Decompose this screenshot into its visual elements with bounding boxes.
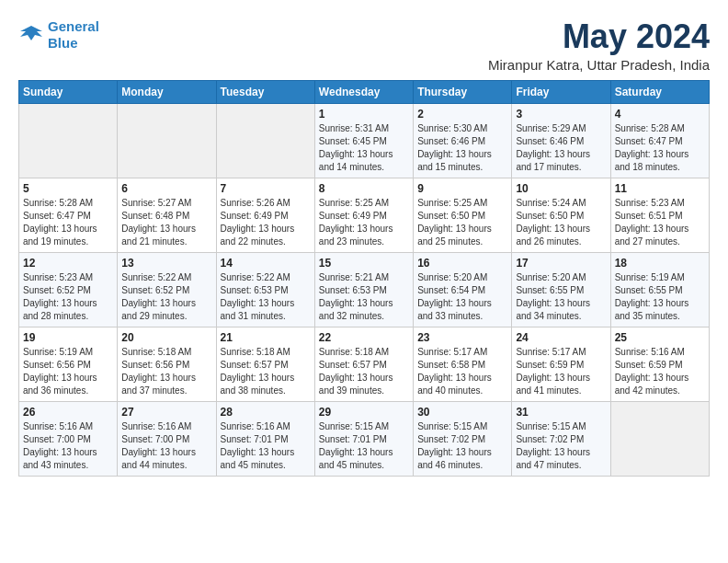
day-info: Sunrise: 5:15 AM Sunset: 7:01 PM Dayligh… [319, 420, 409, 472]
day-cell: 22Sunrise: 5:18 AM Sunset: 6:57 PM Dayli… [314, 327, 413, 401]
day-number: 17 [516, 257, 606, 270]
day-cell: 26Sunrise: 5:16 AM Sunset: 7:00 PM Dayli… [19, 401, 118, 476]
day-info: Sunrise: 5:17 AM Sunset: 6:58 PM Dayligh… [417, 346, 507, 397]
day-cell: 2Sunrise: 5:30 AM Sunset: 6:46 PM Daylig… [414, 103, 512, 178]
day-number: 23 [417, 331, 507, 344]
day-info: Sunrise: 5:18 AM Sunset: 6:57 PM Dayligh… [221, 346, 311, 397]
day-cell: 8Sunrise: 5:25 AM Sunset: 6:49 PM Daylig… [314, 178, 413, 252]
day-number: 24 [516, 331, 606, 344]
day-number: 30 [417, 406, 507, 419]
day-number: 27 [121, 406, 211, 419]
day-info: Sunrise: 5:25 AM Sunset: 6:50 PM Dayligh… [417, 197, 507, 248]
day-info: Sunrise: 5:27 AM Sunset: 6:48 PM Dayligh… [121, 197, 211, 248]
day-cell: 17Sunrise: 5:20 AM Sunset: 6:55 PM Dayli… [512, 252, 610, 327]
day-cell: 25Sunrise: 5:16 AM Sunset: 6:59 PM Dayli… [610, 327, 709, 401]
day-info: Sunrise: 5:28 AM Sunset: 6:47 PM Dayligh… [615, 122, 705, 174]
day-number: 14 [221, 257, 311, 270]
day-cell: 18Sunrise: 5:19 AM Sunset: 6:55 PM Dayli… [610, 252, 709, 327]
title-block: May 2024 Miranpur Katra, Uttar Pradesh, … [488, 18, 710, 73]
day-cell: 12Sunrise: 5:23 AM Sunset: 6:52 PM Dayli… [19, 252, 118, 327]
svg-marker-0 [20, 26, 42, 40]
weekday-header-saturday: Saturday [610, 80, 709, 103]
day-number: 9 [417, 182, 507, 195]
day-cell: 20Sunrise: 5:18 AM Sunset: 6:56 PM Dayli… [118, 327, 216, 401]
day-info: Sunrise: 5:18 AM Sunset: 6:57 PM Dayligh… [319, 346, 409, 397]
day-info: Sunrise: 5:16 AM Sunset: 7:01 PM Dayligh… [221, 420, 311, 472]
day-info: Sunrise: 5:30 AM Sunset: 6:46 PM Dayligh… [417, 122, 507, 174]
day-cell: 4Sunrise: 5:28 AM Sunset: 6:47 PM Daylig… [610, 103, 709, 178]
day-cell: 30Sunrise: 5:15 AM Sunset: 7:02 PM Dayli… [414, 401, 512, 476]
day-number: 3 [516, 108, 606, 121]
day-number: 12 [23, 257, 113, 270]
day-number: 28 [221, 406, 311, 419]
logo-text: General Blue [48, 18, 99, 52]
day-number: 2 [417, 108, 507, 121]
day-cell [216, 103, 314, 178]
day-cell: 23Sunrise: 5:17 AM Sunset: 6:58 PM Dayli… [414, 327, 512, 401]
day-cell: 7Sunrise: 5:26 AM Sunset: 6:49 PM Daylig… [216, 178, 314, 252]
day-number: 6 [121, 182, 211, 195]
day-info: Sunrise: 5:20 AM Sunset: 6:54 PM Dayligh… [417, 271, 507, 323]
main-title: May 2024 [488, 18, 710, 55]
day-number: 8 [319, 182, 409, 195]
day-info: Sunrise: 5:23 AM Sunset: 6:51 PM Dayligh… [615, 197, 705, 248]
day-number: 29 [319, 406, 409, 419]
weekday-header-wednesday: Wednesday [314, 80, 413, 103]
day-cell: 29Sunrise: 5:15 AM Sunset: 7:01 PM Dayli… [314, 401, 413, 476]
day-number: 4 [615, 108, 705, 121]
weekday-header-tuesday: Tuesday [216, 80, 314, 103]
day-info: Sunrise: 5:25 AM Sunset: 6:49 PM Dayligh… [319, 197, 409, 248]
calendar-page: General Blue May 2024 Miranpur Katra, Ut… [0, 0, 728, 486]
day-info: Sunrise: 5:18 AM Sunset: 6:56 PM Dayligh… [121, 346, 211, 397]
day-cell: 9Sunrise: 5:25 AM Sunset: 6:50 PM Daylig… [414, 178, 512, 252]
day-cell: 13Sunrise: 5:22 AM Sunset: 6:52 PM Dayli… [118, 252, 216, 327]
day-info: Sunrise: 5:31 AM Sunset: 6:45 PM Dayligh… [319, 122, 409, 174]
day-info: Sunrise: 5:23 AM Sunset: 6:52 PM Dayligh… [23, 271, 113, 323]
day-cell: 24Sunrise: 5:17 AM Sunset: 6:59 PM Dayli… [512, 327, 610, 401]
day-info: Sunrise: 5:17 AM Sunset: 6:59 PM Dayligh… [516, 346, 606, 397]
day-info: Sunrise: 5:22 AM Sunset: 6:52 PM Dayligh… [121, 271, 211, 323]
day-number: 25 [615, 331, 705, 344]
day-cell: 28Sunrise: 5:16 AM Sunset: 7:01 PM Dayli… [216, 401, 314, 476]
day-info: Sunrise: 5:29 AM Sunset: 6:46 PM Dayligh… [516, 122, 606, 174]
day-info: Sunrise: 5:22 AM Sunset: 6:53 PM Dayligh… [221, 271, 311, 323]
day-info: Sunrise: 5:16 AM Sunset: 6:59 PM Dayligh… [615, 346, 705, 397]
day-info: Sunrise: 5:15 AM Sunset: 7:02 PM Dayligh… [417, 420, 507, 472]
day-number: 31 [516, 406, 606, 419]
day-info: Sunrise: 5:16 AM Sunset: 7:00 PM Dayligh… [23, 420, 113, 472]
week-row-3: 12Sunrise: 5:23 AM Sunset: 6:52 PM Dayli… [19, 252, 710, 327]
day-number: 11 [615, 182, 705, 195]
day-cell: 19Sunrise: 5:19 AM Sunset: 6:56 PM Dayli… [19, 327, 118, 401]
day-info: Sunrise: 5:28 AM Sunset: 6:47 PM Dayligh… [23, 197, 113, 248]
day-info: Sunrise: 5:24 AM Sunset: 6:50 PM Dayligh… [516, 197, 606, 248]
weekday-header-sunday: Sunday [19, 80, 118, 103]
day-cell: 3Sunrise: 5:29 AM Sunset: 6:46 PM Daylig… [512, 103, 610, 178]
day-number: 19 [23, 331, 113, 344]
day-cell: 1Sunrise: 5:31 AM Sunset: 6:45 PM Daylig… [314, 103, 413, 178]
day-cell: 15Sunrise: 5:21 AM Sunset: 6:53 PM Dayli… [314, 252, 413, 327]
day-number: 7 [221, 182, 311, 195]
day-number: 13 [121, 257, 211, 270]
day-number: 10 [516, 182, 606, 195]
day-number: 22 [319, 331, 409, 344]
day-info: Sunrise: 5:19 AM Sunset: 6:56 PM Dayligh… [23, 346, 113, 397]
day-cell: 6Sunrise: 5:27 AM Sunset: 6:48 PM Daylig… [118, 178, 216, 252]
day-cell [610, 401, 709, 476]
weekday-header-row: SundayMondayTuesdayWednesdayThursdayFrid… [19, 80, 710, 103]
day-number: 1 [319, 108, 409, 121]
weekday-header-thursday: Thursday [414, 80, 512, 103]
day-number: 20 [121, 331, 211, 344]
day-cell: 11Sunrise: 5:23 AM Sunset: 6:51 PM Dayli… [610, 178, 709, 252]
weekday-header-monday: Monday [118, 80, 216, 103]
day-cell: 27Sunrise: 5:16 AM Sunset: 7:00 PM Dayli… [118, 401, 216, 476]
day-info: Sunrise: 5:20 AM Sunset: 6:55 PM Dayligh… [516, 271, 606, 323]
day-info: Sunrise: 5:16 AM Sunset: 7:00 PM Dayligh… [121, 420, 211, 472]
day-cell [19, 103, 118, 178]
day-cell: 14Sunrise: 5:22 AM Sunset: 6:53 PM Dayli… [216, 252, 314, 327]
week-row-4: 19Sunrise: 5:19 AM Sunset: 6:56 PM Dayli… [19, 327, 710, 401]
day-cell: 21Sunrise: 5:18 AM Sunset: 6:57 PM Dayli… [216, 327, 314, 401]
day-number: 16 [417, 257, 507, 270]
day-info: Sunrise: 5:21 AM Sunset: 6:53 PM Dayligh… [319, 271, 409, 323]
logo-icon [18, 22, 44, 48]
day-number: 26 [23, 406, 113, 419]
